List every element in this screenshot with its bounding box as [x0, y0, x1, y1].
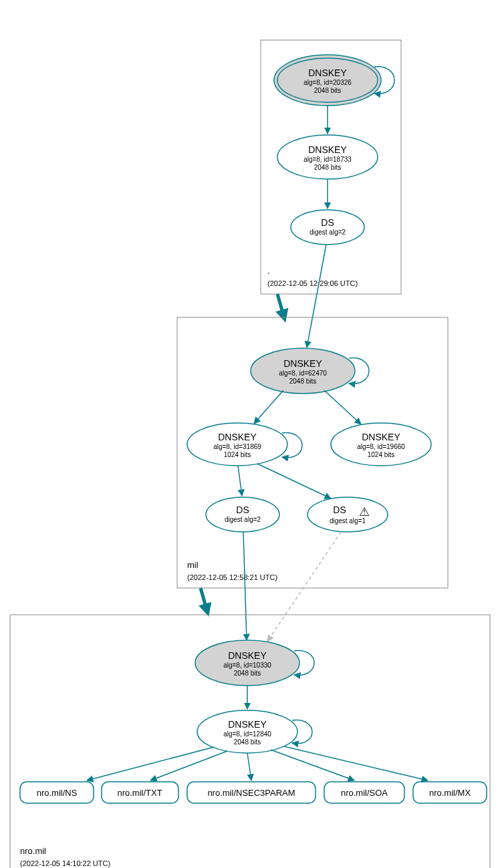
rrset-txt-label: nro.mil/TXT	[117, 788, 162, 798]
node-mil-zsk2: DNSKEY alg=8, id=19660 1024 bits	[331, 423, 431, 466]
rrset-ns-label: nro.mil/NS	[37, 788, 78, 798]
node-mil-ksk-title: DNSKEY	[283, 358, 322, 369]
node-root-ds-l1: digest alg=2	[309, 229, 346, 236]
node-nro-zsk-title: DNSKEY	[228, 719, 267, 730]
zone-mil-name: mil	[187, 560, 199, 570]
warning-icon: ⚠	[359, 505, 370, 519]
node-mil-zsk2-l1: alg=8, id=19660	[357, 443, 405, 450]
node-nro-ksk-l2: 2048 bits	[234, 670, 261, 677]
edge-mil-zsk-ds1	[238, 466, 242, 496]
edge-mil-to-nro-thick	[201, 588, 207, 611]
rrset-soa-label: nro.mil/SOA	[341, 788, 388, 798]
rrset-mx: nro.mil/MX	[413, 782, 487, 803]
node-mil-zsk-title: DNSKEY	[218, 432, 257, 442]
node-mil-ksk-l2: 2048 bits	[289, 378, 317, 385]
rrset-ns: nro.mil/NS	[20, 782, 94, 803]
zone-mil: mil (2022-12-05 12:58:21 UTC) DNSKEY alg…	[177, 317, 448, 588]
node-root-ksk-title: DNSKEY	[308, 67, 347, 78]
node-nro-ksk-l1: alg=8, id=10330	[223, 662, 271, 669]
zone-mil-time: (2022-12-05 12:58:21 UTC)	[187, 573, 277, 581]
zone-nro-time: (2022-12-05 14:10:22 UTC)	[20, 859, 110, 867]
edge-mil-ksk-zsk2	[324, 390, 361, 424]
edge-nro-zsk-mx	[284, 746, 428, 780]
node-root-ds-title: DS	[321, 217, 334, 228]
edge-mil-zsk-ds2	[257, 464, 331, 498]
node-mil-ds2-title: DS	[333, 504, 346, 515]
node-mil-zsk2-title: DNSKEY	[362, 432, 400, 442]
node-mil-ds2-l1: digest alg=1	[330, 517, 366, 525]
node-root-zsk-title: DNSKEY	[308, 144, 347, 155]
rrset-soa: nro.mil/SOA	[324, 782, 404, 803]
node-nro-ksk: DNSKEY alg=8, id=10330 2048 bits	[195, 640, 299, 686]
node-root-ds: DS digest alg=2	[291, 210, 364, 245]
node-root-ksk-l2: 2048 bits	[314, 87, 342, 94]
edge-mil-ds2-to-nro-ksk	[267, 532, 341, 641]
edge-nro-zsk-txt	[150, 751, 227, 780]
zone-root-name: .	[267, 266, 270, 276]
rrset-nsec: nro.mil/NSEC3PARAM	[187, 782, 316, 803]
zone-root: . (2022-12-05 12:29:06 UTC) DNSKEY alg=8…	[261, 40, 401, 294]
node-nro-zsk-l1: alg=8, id=12840	[223, 730, 271, 738]
node-mil-zsk2-l2: 1024 bits	[368, 451, 395, 458]
edge-mil-ds1-to-nro-ksk	[243, 532, 247, 640]
rrset-nsec-label: nro.mil/NSEC3PARAM	[207, 788, 295, 798]
svg-point-10	[307, 497, 388, 532]
node-nro-zsk-l2: 2048 bits	[234, 738, 261, 746]
node-nro-ksk-title: DNSKEY	[228, 650, 267, 661]
node-mil-zsk-l2: 1024 bits	[224, 451, 251, 458]
zone-nro-name: nro.mil	[20, 846, 46, 856]
node-nro-zsk: DNSKEY alg=8, id=12840 2048 bits	[197, 710, 297, 753]
rrset-txt: nro.mil/TXT	[102, 782, 178, 803]
edge-nro-zsk-nsec	[247, 753, 251, 780]
node-mil-ds2: DS ⚠ digest alg=1	[307, 497, 388, 532]
node-mil-ksk: DNSKEY alg=8, id=62470 2048 bits	[251, 348, 355, 394]
node-root-zsk: DNSKEY alg=8, id=18733 2048 bits	[277, 135, 378, 179]
node-root-ksk-l1: alg=8, id=20326	[303, 79, 352, 86]
edge-mil-ksk-zsk	[254, 390, 283, 424]
edge-nro-zsk-soa	[271, 750, 354, 780]
rrset-mx-label: nro.mil/MX	[429, 788, 471, 798]
zone-nro: nro.mil (2022-12-05 14:10:22 UTC) DNSKEY…	[10, 615, 490, 868]
node-root-zsk-l2: 2048 bits	[314, 164, 342, 171]
node-root-zsk-l1: alg=8, id=18733	[303, 156, 352, 163]
node-root-ksk: DNSKEY alg=8, id=20326 2048 bits	[274, 55, 381, 106]
edge-root-to-mil-thick	[277, 294, 284, 317]
node-mil-ds1-l1: digest alg=2	[225, 516, 261, 523]
node-mil-zsk: DNSKEY alg=8, id=31869 1024 bits	[187, 423, 287, 466]
node-mil-ds1-title: DS	[236, 504, 249, 515]
node-mil-zsk-l1: alg=8, id=31869	[213, 443, 261, 450]
node-mil-ds1: DS digest alg=2	[206, 497, 279, 532]
edge-root-ds-to-mil-ksk	[307, 245, 326, 347]
node-mil-ksk-l1: alg=8, id=62470	[279, 370, 327, 377]
zone-root-time: (2022-12-05 12:29:06 UTC)	[267, 279, 358, 287]
